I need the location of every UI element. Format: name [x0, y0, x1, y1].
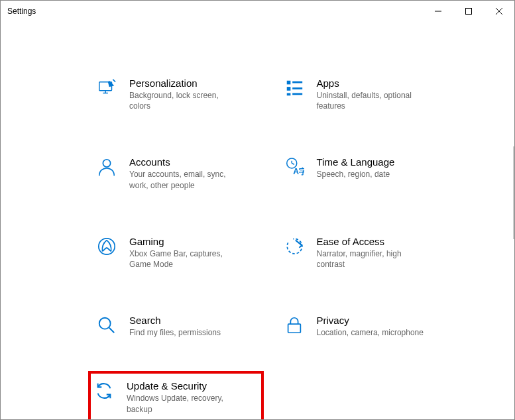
- category-desc: Speech, region, date: [317, 169, 429, 180]
- ease-of-access-icon: [284, 236, 305, 257]
- settings-content: Personalization Background, lock screen,…: [1, 22, 514, 420]
- svg-rect-10: [286, 93, 290, 96]
- maximize-button[interactable]: [453, 1, 484, 22]
- category-title: Update & Security: [127, 380, 258, 392]
- svg-line-17: [292, 164, 294, 165]
- time-language-icon: A字: [284, 156, 305, 178]
- category-title: Gaming: [129, 236, 258, 247]
- svg-rect-8: [286, 81, 290, 85]
- category-text: Search Find my files, permissions: [129, 315, 258, 338]
- svg-rect-9: [286, 87, 290, 91]
- category-text: Gaming Xbox Game Bar, captures, Game Mod…: [129, 236, 258, 270]
- category-apps[interactable]: Apps Uninstall, defaults, optional featu…: [281, 75, 449, 114]
- category-desc: Narrator, magnifier, high contrast: [317, 248, 429, 270]
- category-title: Personalization: [129, 78, 258, 89]
- update-security-icon: [93, 380, 115, 401]
- category-desc: Windows Update, recovery, backup: [127, 393, 239, 414]
- svg-line-7: [113, 79, 115, 82]
- category-privacy[interactable]: Privacy Location, camera, microphone: [281, 312, 449, 341]
- svg-line-21: [109, 328, 115, 333]
- gaming-icon: [96, 236, 117, 257]
- svg-rect-22: [288, 324, 300, 333]
- svg-rect-12: [292, 87, 302, 89]
- category-title: Time & Language: [317, 156, 446, 168]
- svg-rect-11: [292, 81, 302, 83]
- category-time-language[interactable]: A字 Time & Language Speech, region, date: [281, 154, 449, 193]
- category-title: Search: [129, 315, 258, 326]
- category-title: Accounts: [129, 156, 258, 168]
- personalization-icon: [96, 78, 117, 99]
- window-controls: [423, 1, 514, 22]
- apps-icon: [284, 78, 305, 99]
- svg-point-20: [99, 318, 111, 329]
- svg-point-14: [103, 160, 110, 167]
- category-gaming[interactable]: Gaming Xbox Game Bar, captures, Game Mod…: [93, 233, 261, 272]
- category-title: Privacy: [317, 315, 446, 326]
- window-title: Settings: [7, 7, 36, 16]
- svg-rect-13: [292, 93, 302, 95]
- privacy-icon: [284, 315, 305, 336]
- category-title: Ease of Access: [317, 236, 446, 247]
- category-grid: Personalization Background, lock screen,…: [93, 75, 448, 415]
- category-ease-of-access[interactable]: Ease of Access Narrator, magnifier, high…: [281, 233, 449, 272]
- scrollbar[interactable]: [513, 146, 514, 239]
- category-desc: Your accounts, email, sync, work, other …: [129, 169, 242, 190]
- category-text: Apps Uninstall, defaults, optional featu…: [317, 78, 446, 111]
- category-text: Personalization Background, lock screen,…: [129, 78, 258, 111]
- svg-rect-1: [466, 9, 472, 15]
- category-text: Accounts Your accounts, email, sync, wor…: [129, 156, 258, 190]
- category-search[interactable]: Search Find my files, permissions: [93, 312, 261, 341]
- category-text: Ease of Access Narrator, magnifier, high…: [317, 236, 446, 270]
- minimize-button[interactable]: [423, 1, 453, 22]
- category-text: Time & Language Speech, region, date: [317, 156, 446, 180]
- category-accounts[interactable]: Accounts Your accounts, email, sync, wor…: [93, 154, 261, 193]
- titlebar: Settings: [1, 1, 514, 22]
- category-text: Privacy Location, camera, microphone: [317, 315, 446, 338]
- category-desc: Find my files, permissions: [129, 327, 242, 338]
- category-text: Update & Security Windows Update, recove…: [127, 380, 258, 414]
- accounts-icon: [96, 156, 117, 178]
- search-icon: [96, 315, 117, 336]
- category-title: Apps: [317, 78, 446, 89]
- svg-text:A字: A字: [293, 168, 304, 177]
- category-personalization[interactable]: Personalization Background, lock screen,…: [93, 75, 261, 114]
- category-desc: Uninstall, defaults, optional features: [317, 90, 429, 111]
- category-update-security[interactable]: Update & Security Windows Update, recove…: [88, 371, 264, 420]
- category-desc: Xbox Game Bar, captures, Game Mode: [129, 248, 242, 270]
- close-button[interactable]: [484, 1, 514, 22]
- category-desc: Background, lock screen, colors: [129, 90, 242, 111]
- category-desc: Location, camera, microphone: [317, 327, 429, 338]
